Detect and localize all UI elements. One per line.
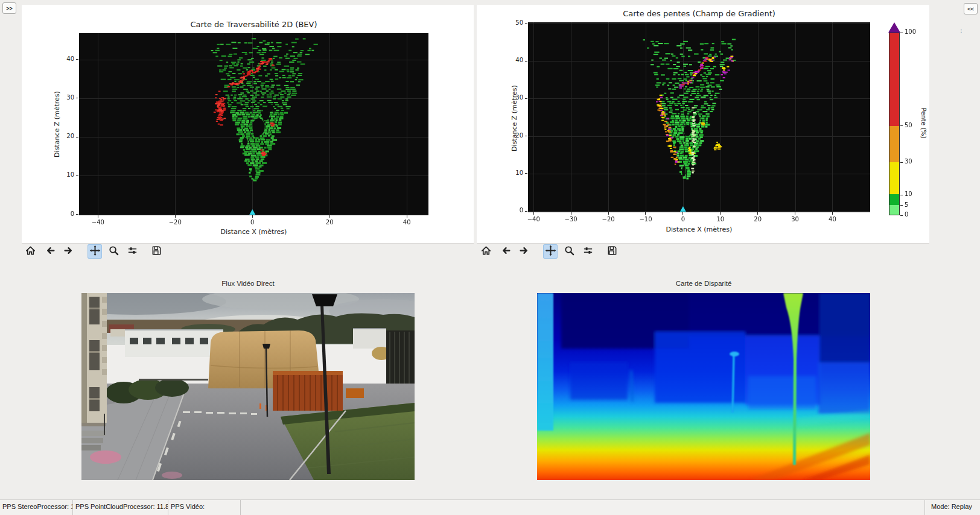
y-tick-label: 10	[500, 169, 523, 176]
colorbar-segment	[889, 126, 899, 162]
x-tick-mark	[571, 212, 571, 215]
x-tick-label: 20	[746, 216, 770, 223]
forward-tool-button[interactable]	[61, 244, 75, 259]
x-axis-label-bev: Distance X (mètres)	[79, 228, 428, 236]
save-tool-button[interactable]	[149, 244, 164, 259]
subplots-icon	[582, 245, 594, 259]
pan-tool-button[interactable]	[88, 244, 102, 259]
x-tick-mark	[329, 215, 330, 218]
zoom-tool-button[interactable]	[562, 244, 576, 259]
x-tick-label: −40	[86, 219, 110, 226]
expand-left-panel-button[interactable]: >>	[2, 2, 16, 14]
mpl-toolbar-bev	[23, 244, 164, 259]
y-tick-mark	[76, 59, 78, 60]
colorbar-tick-label: 0	[905, 211, 908, 218]
pan-tool-button[interactable]	[543, 244, 558, 259]
colorbar-tick-mark	[900, 195, 903, 195]
x-tick-mark	[757, 212, 758, 215]
colorbar-tick-mark	[900, 162, 903, 163]
zoom-icon	[564, 245, 575, 259]
mpl-toolbar-slope	[479, 244, 619, 259]
y-tick-label: 20	[500, 132, 523, 139]
colorbar-tick-label: 10	[905, 191, 912, 197]
mode-indicator: Mode: Replay	[924, 500, 980, 515]
status-item: PPS StereoProcessor: 11.9	[0, 500, 73, 515]
x-tick-label: 20	[317, 219, 342, 226]
x-tick-label: −20	[163, 219, 187, 226]
status-bar-spacer	[241, 500, 924, 515]
colorbar-tick-mark	[900, 125, 903, 126]
subplots-tool-button[interactable]	[581, 244, 595, 259]
colorbar-label: Pente (%)	[920, 107, 928, 138]
save-icon	[151, 245, 162, 259]
status-bar: PPS StereoProcessor: 11.9PPS PointCloudP…	[0, 499, 980, 515]
subplots-tool-button[interactable]	[125, 244, 139, 259]
video-panel-title: Flux Vidéo Direct	[81, 280, 415, 287]
status-bar-cells: PPS StereoProcessor: 11.9PPS PointCloudP…	[0, 500, 241, 515]
back-tool-button[interactable]	[498, 244, 513, 259]
x-tick-mark	[98, 215, 98, 218]
y-tick-label: 50	[500, 19, 523, 26]
plot-title-bev: Carte de Traversabilité 2D (BEV)	[79, 20, 428, 29]
y-tick-mark	[76, 175, 78, 176]
disparity-illustration	[537, 293, 870, 480]
y-tick-label: 30	[51, 94, 74, 101]
video-feed-image	[81, 293, 415, 480]
y-tick-mark	[525, 136, 527, 136]
back-icon	[500, 245, 512, 259]
colorbar-tick-mark	[900, 33, 903, 33]
x-tick-label: −30	[559, 216, 583, 223]
home-tool-button[interactable]	[23, 244, 37, 259]
y-axis-label-bev: Distance Z (mètres)	[53, 91, 61, 157]
y-tick-label: 40	[51, 55, 74, 62]
slope-plot-canvas[interactable]	[528, 22, 870, 212]
x-tick-mark	[608, 212, 609, 215]
colorbar-tick-label: 100	[905, 28, 916, 35]
status-item: PPS Vidéo:	[168, 500, 241, 515]
back-tool-button[interactable]	[43, 244, 57, 259]
splitter-grip[interactable]: :	[960, 27, 962, 34]
x-tick-label: 40	[820, 216, 844, 223]
forward-icon	[518, 245, 530, 259]
y-tick-label: 40	[500, 57, 523, 63]
zoom-tool-button[interactable]	[106, 244, 121, 259]
x-tick-mark	[407, 215, 407, 218]
x-tick-mark	[175, 215, 176, 218]
home-icon	[25, 245, 36, 259]
x-tick-mark	[795, 212, 795, 215]
x-tick-mark	[832, 212, 833, 215]
x-tick-mark	[533, 212, 534, 215]
save-tool-button[interactable]	[605, 244, 619, 259]
colorbar-tick-label: 50	[905, 122, 912, 128]
y-tick-mark	[525, 23, 527, 24]
back-icon	[45, 245, 56, 259]
colorbar-tick-label: 5	[905, 201, 908, 208]
bev-plot-canvas[interactable]	[79, 33, 428, 215]
x-tick-mark	[682, 212, 683, 215]
x-tick-label: 40	[395, 219, 419, 226]
x-tick-label: −40	[521, 216, 546, 223]
forward-tool-button[interactable]	[517, 244, 531, 259]
y-tick-label: 10	[51, 171, 74, 178]
colorbar-over-arrow	[888, 22, 900, 33]
status-item: PPS PointCloudProcessor: 11.8	[73, 500, 168, 515]
colorbar-tick-mark	[900, 215, 903, 216]
x-tick-label: −20	[596, 216, 620, 223]
pan-icon	[545, 245, 556, 259]
subplots-icon	[127, 245, 138, 259]
disparity-panel-title: Carte de Disparité	[537, 280, 870, 287]
y-tick-mark	[525, 98, 527, 99]
forward-icon	[63, 245, 74, 259]
x-tick-label: −10	[634, 216, 658, 223]
colorbar-tick-mark	[900, 205, 903, 206]
y-tick-mark	[525, 173, 527, 174]
y-tick-mark	[525, 211, 527, 212]
y-tick-label: 20	[51, 133, 74, 139]
collapse-right-panel-button[interactable]: <<	[964, 3, 978, 14]
colorbar-segment	[889, 194, 899, 205]
home-tool-button[interactable]	[479, 244, 493, 259]
disparity-map-image	[537, 293, 870, 480]
colorbar-segment	[889, 33, 899, 126]
x-tick-mark	[252, 215, 253, 218]
app-window: >> << : Carte de Traversabilité 2D (BEV)…	[0, 0, 980, 515]
